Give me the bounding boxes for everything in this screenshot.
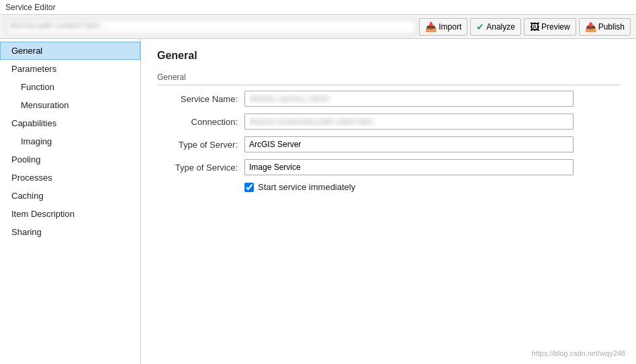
sidebar-item-processes[interactable]: Processes xyxy=(0,169,140,187)
preview-button[interactable]: 🖼 Preview xyxy=(524,18,576,36)
form-group-connection: Connection: xyxy=(157,113,620,130)
preview-label: Preview xyxy=(541,22,570,32)
sidebar-item-capabilities[interactable]: Capabilities xyxy=(0,114,140,132)
form-label-connection: Connection: xyxy=(157,117,244,127)
analyze-icon: ✔ xyxy=(476,21,484,32)
publish-icon: 📤 xyxy=(585,21,596,32)
import-icon: 📥 xyxy=(425,21,437,32)
content-title: General xyxy=(157,50,620,62)
form-group-type-of-server: Type of Server: xyxy=(157,136,620,152)
import-button[interactable]: 📥 Import xyxy=(419,18,467,36)
preview-icon: 🖼 xyxy=(530,21,539,32)
form-input-connection[interactable] xyxy=(244,113,574,130)
sidebar-item-item-description[interactable]: Item Description xyxy=(0,205,140,223)
sidebar-item-imaging[interactable]: Imaging xyxy=(0,132,140,150)
form-input-service-name[interactable] xyxy=(244,91,574,107)
sidebar-item-mensuration[interactable]: Mensuration xyxy=(0,96,140,114)
publish-button[interactable]: 📤 Publish xyxy=(579,18,631,36)
form-group-service-name: Service Name: xyxy=(157,91,620,107)
form-label-service-name: Service Name: xyxy=(157,94,244,104)
analyze-button[interactable]: ✔ Analyze xyxy=(470,18,521,36)
start-service-checkbox-group: Start service immediately xyxy=(157,182,620,192)
sidebar-item-function[interactable]: Function xyxy=(0,78,140,96)
start-service-label: Start service immediately xyxy=(258,182,355,192)
main-container: GeneralParametersFunctionMensurationCapa… xyxy=(0,39,636,364)
form-input-type-of-server[interactable] xyxy=(244,136,574,152)
form-group-type-of-service: Type of Service: xyxy=(157,159,620,175)
form-label-type-of-server: Type of Server: xyxy=(157,140,244,150)
start-service-checkbox[interactable] xyxy=(244,183,254,192)
sidebar: GeneralParametersFunctionMensurationCapa… xyxy=(0,39,141,364)
sidebar-item-parameters[interactable]: Parameters xyxy=(0,60,140,78)
title-bar: Service Editor xyxy=(0,0,636,15)
import-label: Import xyxy=(439,22,461,32)
publish-label: Publish xyxy=(598,22,625,32)
sidebar-item-sharing[interactable]: Sharing xyxy=(0,223,140,241)
toolbar-path: blurred path content here ... xyxy=(5,19,416,35)
section-label: General xyxy=(157,73,620,85)
form-label-type-of-service: Type of Service: xyxy=(157,163,244,173)
content-area: General General Service Name:Connection:… xyxy=(141,39,636,364)
analyze-label: Analyze xyxy=(486,22,515,32)
title-bar-label: Service Editor xyxy=(5,3,56,12)
toolbar: blurred path content here ... 📥 Import ✔… xyxy=(0,15,636,39)
sidebar-item-pooling[interactable]: Pooling xyxy=(0,150,140,169)
sidebar-item-general[interactable]: General xyxy=(0,42,140,60)
sidebar-item-caching[interactable]: Caching xyxy=(0,187,140,205)
form-input-type-of-service[interactable] xyxy=(244,159,574,175)
